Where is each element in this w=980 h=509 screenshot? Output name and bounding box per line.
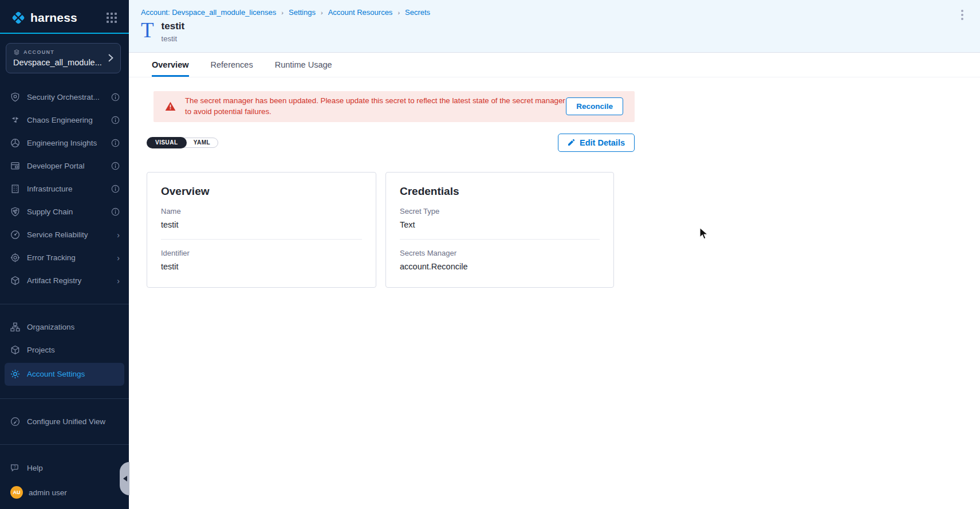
card-title: Credentials bbox=[400, 185, 600, 198]
info-icon[interactable] bbox=[111, 162, 120, 170]
divider bbox=[161, 239, 362, 240]
sidebar-item-configure-unified-view[interactable]: Configure Unified View bbox=[0, 410, 129, 433]
org-chart-icon bbox=[10, 322, 20, 332]
breadcrumb: Account: Devspace_all_module_licenses › … bbox=[141, 8, 980, 17]
tab-runtime-usage[interactable]: Runtime Usage bbox=[275, 53, 332, 77]
building-icon bbox=[10, 184, 20, 194]
breadcrumb-settings[interactable]: Settings bbox=[289, 8, 316, 17]
info-icon[interactable] bbox=[111, 185, 120, 193]
reconcile-button[interactable]: Reconcile bbox=[566, 97, 623, 115]
chaos-icon bbox=[10, 115, 20, 125]
toggle-yaml[interactable]: YAML bbox=[186, 138, 218, 148]
field-name: Name testit bbox=[161, 207, 362, 229]
chevron-right-icon: › bbox=[117, 277, 120, 285]
info-icon[interactable] bbox=[111, 139, 120, 147]
chevron-right-icon: › bbox=[117, 254, 120, 262]
text-secret-icon: T bbox=[141, 21, 154, 40]
svg-text:?: ? bbox=[14, 465, 16, 469]
divider bbox=[0, 444, 129, 445]
tab-overview[interactable]: Overview bbox=[152, 53, 189, 77]
field-secret-type: Secret Type Text bbox=[400, 207, 600, 229]
sidebar-item-artifact-registry[interactable]: Artifact Registry › bbox=[0, 269, 129, 292]
divider bbox=[0, 304, 129, 304]
info-icon[interactable] bbox=[111, 93, 120, 101]
visual-yaml-toggle: VISUAL YAML bbox=[147, 138, 218, 148]
tab-content: The secret manager has been updated. Ple… bbox=[129, 77, 980, 288]
breadcrumb-secrets[interactable]: Secrets bbox=[405, 8, 430, 17]
chevron-right-icon: › bbox=[117, 231, 120, 239]
info-icon[interactable] bbox=[111, 207, 120, 216]
sidebar: harness ACCOUNT Devspace_all_module... bbox=[0, 0, 129, 509]
title-row: T testit testit bbox=[141, 21, 980, 43]
card-title: Overview bbox=[161, 185, 362, 198]
overview-card: Overview Name testit Identifier testit bbox=[147, 172, 376, 288]
sidebar-item-supply-chain[interactable]: Supply Chain bbox=[0, 201, 129, 224]
gear-icon bbox=[10, 369, 20, 379]
chevron-separator-icon: › bbox=[281, 9, 284, 16]
sidebar-collapse-handle[interactable] bbox=[120, 462, 129, 495]
gauge-icon bbox=[10, 230, 20, 240]
sidebar-item-developer-portal[interactable]: Developer Portal bbox=[0, 155, 129, 178]
page-header: Account: Devspace_all_module_licenses › … bbox=[129, 0, 980, 53]
chevron-separator-icon: › bbox=[321, 9, 323, 16]
field-secrets-manager: Secrets Manager account.Reconcile bbox=[400, 249, 600, 271]
account-name: Devspace_all_module... bbox=[13, 58, 108, 67]
avatar: AU bbox=[10, 486, 23, 499]
target-icon bbox=[10, 253, 20, 263]
alert-message: The secret manager has been updated. Ple… bbox=[185, 96, 566, 118]
module-nav: Security Orchestrat... Chaos Engineering… bbox=[0, 86, 129, 387]
layers-icon bbox=[13, 49, 20, 56]
divider bbox=[400, 239, 600, 240]
sidebar-item-account-settings[interactable]: Account Settings bbox=[5, 363, 124, 386]
secret-manager-alert: The secret manager has been updated. Ple… bbox=[154, 91, 635, 122]
sidebar-item-security-orchestration[interactable]: Security Orchestrat... bbox=[0, 86, 129, 109]
user-name: admin user bbox=[29, 488, 67, 497]
page-title: testit bbox=[162, 21, 185, 32]
edit-details-button[interactable]: Edit Details bbox=[558, 134, 635, 152]
cube-icon bbox=[10, 345, 20, 355]
detail-cards: Overview Name testit Identifier testit C… bbox=[147, 172, 980, 288]
sidebar-item-projects[interactable]: Projects bbox=[0, 339, 129, 362]
sidebar-item-error-tracking[interactable]: Error Tracking › bbox=[0, 246, 129, 269]
help-chat-icon: ? bbox=[10, 463, 20, 473]
sidebar-item-help[interactable]: ? Help bbox=[0, 456, 129, 479]
wrench-circle-icon bbox=[10, 417, 20, 426]
warning-triangle-icon bbox=[165, 101, 176, 111]
page-subtitle: testit bbox=[162, 34, 185, 43]
toolbar: VISUAL YAML Edit Details bbox=[147, 134, 635, 152]
tab-bar: Overview References Runtime Usage bbox=[129, 53, 980, 77]
tab-references[interactable]: References bbox=[211, 53, 253, 77]
supply-chain-icon bbox=[10, 207, 20, 217]
info-icon[interactable] bbox=[111, 116, 120, 124]
breadcrumb-account[interactable]: Account: Devspace_all_module_licenses bbox=[141, 8, 276, 17]
chevron-separator-icon: › bbox=[397, 9, 400, 16]
insights-icon bbox=[10, 138, 20, 148]
account-info: ACCOUNT Devspace_all_module... bbox=[13, 49, 108, 67]
cube-icon bbox=[10, 276, 20, 285]
logo-wordmark: harness bbox=[30, 11, 77, 25]
logo-row: harness bbox=[0, 0, 129, 33]
sidebar-item-service-reliability[interactable]: Service Reliability › bbox=[0, 224, 129, 246]
field-identifier: Identifier testit bbox=[161, 249, 362, 271]
harness-logo-icon bbox=[10, 10, 26, 26]
sidebar-item-organizations[interactable]: Organizations bbox=[0, 316, 129, 339]
credentials-card: Credentials Secret Type Text Secrets Man… bbox=[385, 172, 614, 288]
accent-divider bbox=[0, 33, 129, 34]
account-label: ACCOUNT bbox=[23, 49, 54, 55]
sidebar-item-infrastructure[interactable]: Infrastructure bbox=[0, 178, 129, 201]
pencil-icon bbox=[568, 139, 575, 146]
main-content: Account: Devspace_all_module_licenses › … bbox=[129, 0, 980, 509]
kebab-menu-icon[interactable] bbox=[959, 7, 966, 22]
divider bbox=[0, 398, 129, 399]
portal-icon bbox=[10, 161, 20, 171]
sidebar-item-chaos-engineering[interactable]: Chaos Engineering bbox=[0, 109, 129, 132]
shield-icon bbox=[10, 92, 20, 102]
chevron-left-icon bbox=[123, 476, 127, 481]
app-grid-icon[interactable] bbox=[105, 11, 119, 25]
breadcrumb-account-resources[interactable]: Account Resources bbox=[328, 8, 393, 17]
user-menu[interactable]: AU admin user bbox=[0, 479, 129, 509]
account-selector[interactable]: ACCOUNT Devspace_all_module... bbox=[6, 43, 121, 73]
toggle-visual[interactable]: VISUAL bbox=[147, 137, 187, 148]
chevron-right-icon bbox=[108, 54, 113, 62]
sidebar-item-engineering-insights[interactable]: Engineering Insights bbox=[0, 132, 129, 155]
